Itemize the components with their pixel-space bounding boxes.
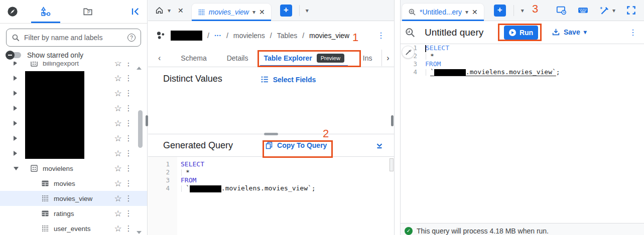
generated-query-code[interactable]: 1SELECT 2* 3FROM 4`.movielens.movies_vie… [148, 157, 394, 235]
scroll-tabs-right-icon[interactable]: › [381, 50, 394, 66]
caret-down-icon[interactable]: ▾ [584, 29, 587, 36]
copy-icon [265, 141, 273, 149]
more-vert-icon[interactable]: ⋮ [124, 62, 133, 68]
star-icon[interactable]: ☆ [112, 148, 124, 159]
breadcrumb-dataset[interactable]: movielens [233, 32, 265, 40]
breadcrumb-current: movies_view [309, 32, 349, 40]
expand-arrow-icon[interactable] [14, 121, 17, 126]
tab-untitled-query[interactable]: *Untitled...ery ▾ ✕ [402, 4, 484, 21]
more-vert-icon[interactable]: ⋮ [124, 164, 133, 173]
more-vert-icon[interactable]: ⋮ [124, 149, 133, 158]
panel-resize-handle[interactable] [146, 115, 148, 126]
caret-down-icon[interactable]: ▾ [465, 9, 468, 16]
star-icon[interactable]: ☆ [112, 208, 124, 219]
view-icon [41, 224, 49, 232]
search-input[interactable] [24, 34, 123, 42]
expand-arrow-icon[interactable] [14, 151, 17, 156]
sql-editor[interactable]: 1SELECT 2* 3FROM 4`.movielens.movies_vie… [401, 44, 644, 223]
caret-down-icon[interactable]: ▾ [612, 7, 615, 14]
table-details-panel: ▾ ✕ movies_view ▾ ✕ + ▾ / ··· / movielen… [148, 0, 395, 235]
star-icon[interactable]: ☆ [112, 193, 124, 204]
table-reference-link[interactable]: .movielens.movies_view` [466, 68, 556, 76]
star-icon[interactable]: ☆ [112, 133, 124, 144]
tab-overflow-caret-icon[interactable]: ▾ [521, 7, 524, 14]
tree-item-movielens[interactable]: movielens ☆ ⋮ [0, 161, 147, 176]
collapse-section-icon[interactable] [375, 141, 384, 150]
star-icon[interactable]: ☆ [112, 62, 124, 69]
fullscreen-icon[interactable] [626, 6, 636, 15]
caret-down-icon[interactable]: ▾ [252, 9, 255, 16]
expand-arrow-icon[interactable] [14, 91, 17, 96]
tab-explorer-tree[interactable] [31, 0, 60, 23]
caret-down-icon[interactable]: ▾ [168, 7, 171, 14]
star-icon[interactable]: ☆ [112, 103, 124, 114]
keyboard-icon[interactable] [578, 5, 588, 16]
more-vert-icon[interactable]: ⋮ [124, 104, 133, 113]
expand-arrow-icon[interactable] [14, 76, 17, 81]
star-icon[interactable]: ☆ [112, 88, 124, 99]
more-vert-icon[interactable]: ⋮ [124, 194, 133, 203]
tab-overflow-caret-icon[interactable]: ▾ [306, 7, 309, 14]
tree-item-movies[interactable]: movies ☆ ⋮ [0, 176, 147, 191]
tab-insights[interactable]: Ins [363, 54, 372, 62]
select-fields-button[interactable]: Select Fields [261, 75, 316, 84]
tab-table-explorer[interactable]: Table Explorer Preview [260, 50, 347, 67]
help-icon[interactable]: ? [127, 34, 136, 42]
expand-arrow-icon[interactable] [14, 62, 17, 66]
code-scrollbar[interactable] [390, 158, 394, 171]
more-vert-icon[interactable]: ⋮ [629, 28, 637, 37]
tree-item-movies-view[interactable]: movies_view ☆ ⋮ [0, 191, 147, 206]
home-icon[interactable] [155, 6, 164, 15]
show-starred-toggle[interactable] [7, 52, 21, 58]
breadcrumb-tables[interactable]: Tables [277, 32, 297, 40]
tab-schema[interactable]: Schema [181, 54, 206, 62]
run-button[interactable]: Run [504, 26, 538, 40]
more-vert-icon[interactable]: ⋮ [377, 31, 385, 40]
copy-to-query-button[interactable]: Copy To Query [265, 141, 327, 149]
redacted-project-name [171, 31, 202, 41]
tree-item-user-events[interactable]: user_events ☆ ⋮ [0, 221, 147, 235]
tab-details[interactable]: Details [227, 54, 248, 62]
tab-movies-view[interactable]: movies_view ▾ ✕ [192, 4, 271, 21]
tree-item-billingexport[interactable]: billingexport ☆ ⋮ [0, 62, 147, 71]
list-icon [261, 75, 269, 84]
close-icon[interactable]: ✕ [178, 7, 184, 15]
star-icon[interactable]: ☆ [112, 118, 124, 129]
panel-resize-handle[interactable] [391, 115, 394, 126]
sidebar-scrollbar[interactable] [138, 110, 143, 148]
section-drag-handle[interactable] [264, 133, 278, 135]
scroll-tabs-left-icon[interactable]: ‹ [158, 54, 161, 63]
save-button[interactable]: Save ▾ [552, 28, 587, 36]
more-vert-icon[interactable]: ⋮ [124, 224, 133, 233]
expand-arrow-icon[interactable] [14, 106, 17, 111]
star-icon[interactable]: ☆ [112, 73, 124, 84]
compass-icon[interactable] [7, 6, 18, 17]
more-vert-icon[interactable]: ⋮ [124, 134, 133, 143]
query-icon [405, 27, 416, 38]
assist-pen-control[interactable]: ▾ [599, 6, 615, 16]
filter-search-box[interactable]: ? [6, 29, 141, 47]
add-tab-button[interactable]: + [280, 5, 292, 17]
more-vert-icon[interactable]: ⋮ [124, 209, 133, 218]
scroll-down-arrow[interactable] [137, 231, 142, 234]
more-vert-icon[interactable]: ⋮ [124, 89, 133, 98]
expand-arrow-icon[interactable] [14, 136, 17, 141]
tab-project-files[interactable]: P [73, 0, 102, 23]
star-icon[interactable]: ☆ [112, 163, 124, 174]
close-tab-icon[interactable]: ✕ [259, 8, 265, 16]
more-vert-icon[interactable]: ⋮ [124, 179, 133, 188]
star-icon[interactable]: ☆ [112, 223, 124, 234]
sql-translation-icon[interactable] [556, 5, 567, 16]
more-vert-icon[interactable]: ⋮ [124, 119, 133, 128]
scroll-up-arrow[interactable] [137, 67, 142, 70]
close-tab-icon[interactable]: ✕ [472, 8, 478, 16]
add-tab-button[interactable]: + [494, 5, 506, 17]
collapse-panel-icon[interactable] [130, 7, 140, 17]
tree-item-ratings[interactable]: ratings ☆ ⋮ [0, 206, 147, 221]
breadcrumb-ellipsis[interactable]: ··· [214, 32, 221, 40]
star-icon[interactable]: ☆ [112, 178, 124, 189]
more-vert-icon[interactable]: ⋮ [124, 74, 133, 83]
gemini-edit-button[interactable] [402, 46, 415, 59]
collapse-arrow-icon[interactable] [14, 167, 19, 170]
query-title[interactable]: Untitled query [425, 27, 483, 38]
